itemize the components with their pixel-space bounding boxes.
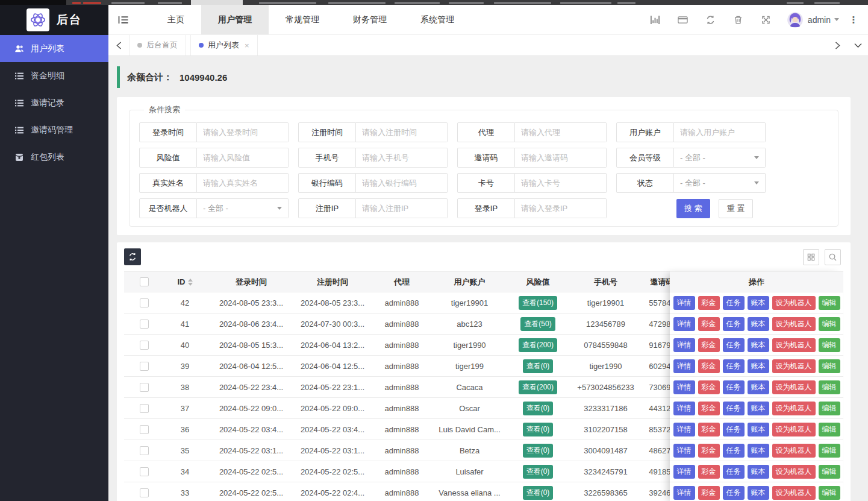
risk-view-badge[interactable]: 查看(150) (519, 296, 557, 310)
action-details-button[interactable]: 详情 (673, 486, 695, 500)
tabs-dropdown-icon[interactable] (848, 43, 868, 48)
会员等级-select[interactable]: - 全部 - (674, 148, 766, 168)
action-task-button[interactable]: 任务 (723, 423, 745, 436)
卡号-input[interactable] (521, 178, 600, 187)
card-icon[interactable] (669, 5, 697, 35)
action-bonus-button[interactable]: 彩金 (698, 423, 720, 436)
登录IP-input[interactable] (521, 204, 600, 213)
action-bonus-button[interactable]: 彩金 (698, 486, 720, 500)
action-task-button[interactable]: 任务 (723, 465, 745, 479)
银行编码-input[interactable] (362, 178, 441, 187)
风险值-input[interactable] (203, 153, 282, 162)
risk-view-badge[interactable]: 查看(200) (519, 338, 557, 352)
risk-view-badge[interactable]: 查看(0) (523, 423, 554, 436)
sort-icon[interactable] (188, 276, 193, 288)
risk-view-badge[interactable]: 查看(0) (523, 402, 554, 415)
tabs-scroll-left-icon[interactable] (108, 35, 129, 55)
action-edit-button[interactable]: 编辑 (819, 380, 840, 394)
真实姓名-input[interactable] (203, 178, 282, 187)
action-edit-button[interactable]: 编辑 (819, 423, 840, 436)
tab-用户列表[interactable]: 用户列表 × (190, 35, 258, 55)
row-checkbox[interactable] (140, 341, 149, 350)
refresh-icon[interactable] (697, 5, 725, 35)
action-bonus-button[interactable]: 彩金 (698, 444, 720, 458)
action-set-robot-button[interactable]: 设为机器人 (772, 486, 816, 500)
action-edit-button[interactable]: 编辑 (819, 317, 840, 331)
action-task-button[interactable]: 任务 (723, 444, 745, 458)
refresh-table-button[interactable] (124, 248, 141, 265)
fullscreen-icon[interactable] (752, 5, 780, 35)
row-checkbox[interactable] (140, 425, 149, 434)
row-checkbox[interactable] (140, 362, 149, 371)
action-task-button[interactable]: 任务 (723, 338, 745, 352)
row-checkbox[interactable] (140, 404, 149, 413)
action-ledger-button[interactable]: 账本 (748, 465, 769, 479)
action-set-robot-button[interactable]: 设为机器人 (772, 402, 816, 415)
action-edit-button[interactable]: 编辑 (819, 338, 840, 352)
nav-menu-常规管理[interactable]: 常规管理 (269, 5, 336, 34)
tabs-scroll-right-icon[interactable] (827, 42, 848, 49)
action-ledger-button[interactable]: 账本 (748, 380, 769, 394)
search-button[interactable]: 搜 索 (676, 199, 710, 218)
action-details-button[interactable]: 详情 (673, 359, 695, 373)
action-set-robot-button[interactable]: 设为机器人 (772, 444, 816, 458)
row-checkbox[interactable] (140, 467, 149, 476)
action-details-button[interactable]: 详情 (673, 317, 695, 331)
action-set-robot-button[interactable]: 设为机器人 (772, 380, 816, 394)
sidebar-item-邀请码管理[interactable]: 邀请码管理 (0, 116, 108, 143)
action-edit-button[interactable]: 编辑 (819, 296, 840, 310)
action-edit-button[interactable]: 编辑 (819, 444, 840, 458)
chart-icon[interactable] (642, 5, 669, 35)
action-details-button[interactable]: 详情 (673, 296, 695, 310)
columns-filter-button[interactable] (803, 249, 819, 265)
注册时间-input[interactable] (362, 128, 441, 137)
action-task-button[interactable]: 任务 (723, 359, 745, 373)
action-bonus-button[interactable]: 彩金 (698, 338, 720, 352)
action-bonus-button[interactable]: 彩金 (698, 465, 720, 479)
action-details-button[interactable]: 详情 (673, 338, 695, 352)
row-checkbox[interactable] (140, 298, 149, 307)
action-details-button[interactable]: 详情 (673, 402, 695, 415)
action-ledger-button[interactable]: 账本 (748, 444, 769, 458)
action-bonus-button[interactable]: 彩金 (698, 317, 720, 331)
row-checkbox[interactable] (140, 383, 149, 392)
action-edit-button[interactable]: 编辑 (819, 359, 840, 373)
用户账户-input[interactable] (680, 128, 759, 137)
action-details-button[interactable]: 详情 (673, 423, 695, 436)
risk-view-badge[interactable]: 查看(50) (520, 317, 555, 331)
是否机器人-select[interactable]: - 全部 - (197, 198, 289, 218)
risk-view-badge[interactable]: 查看(0) (523, 444, 554, 458)
action-ledger-button[interactable]: 账本 (748, 486, 769, 500)
sidebar-item-红包列表[interactable]: 红包列表 (0, 143, 108, 171)
手机号-input[interactable] (362, 153, 441, 162)
action-task-button[interactable]: 任务 (723, 380, 745, 394)
search-toggle-button[interactable] (825, 249, 841, 265)
user-dropdown[interactable]: admin (808, 15, 845, 25)
action-task-button[interactable]: 任务 (723, 486, 745, 500)
登录时间-input[interactable] (203, 128, 282, 137)
action-ledger-button[interactable]: 账本 (748, 359, 769, 373)
action-set-robot-button[interactable]: 设为机器人 (772, 317, 816, 331)
action-edit-button[interactable]: 编辑 (819, 402, 840, 415)
action-ledger-button[interactable]: 账本 (748, 402, 769, 415)
more-options-icon[interactable]: ⋮ (845, 14, 862, 25)
action-set-robot-button[interactable]: 设为机器人 (772, 423, 816, 436)
trash-icon[interactable] (725, 5, 752, 35)
risk-view-badge[interactable]: 查看(0) (523, 486, 554, 500)
action-task-button[interactable]: 任务 (723, 402, 745, 415)
代理-input[interactable] (521, 128, 600, 137)
action-bonus-button[interactable]: 彩金 (698, 380, 720, 394)
nav-menu-系统管理[interactable]: 系统管理 (404, 5, 471, 34)
action-task-button[interactable]: 任务 (723, 317, 745, 331)
sidebar-item-用户列表[interactable]: 用户列表 (0, 35, 108, 62)
action-ledger-button[interactable]: 账本 (748, 423, 769, 436)
sidebar-item-邀请记录[interactable]: 邀请记录 (0, 89, 108, 116)
action-ledger-button[interactable]: 账本 (748, 338, 769, 352)
action-bonus-button[interactable]: 彩金 (698, 359, 720, 373)
reset-button[interactable]: 重 置 (719, 199, 754, 218)
avatar[interactable] (787, 12, 803, 28)
action-set-robot-button[interactable]: 设为机器人 (772, 359, 816, 373)
action-set-robot-button[interactable]: 设为机器人 (772, 465, 816, 479)
action-ledger-button[interactable]: 账本 (748, 296, 769, 310)
nav-menu-主页[interactable]: 主页 (151, 5, 201, 34)
